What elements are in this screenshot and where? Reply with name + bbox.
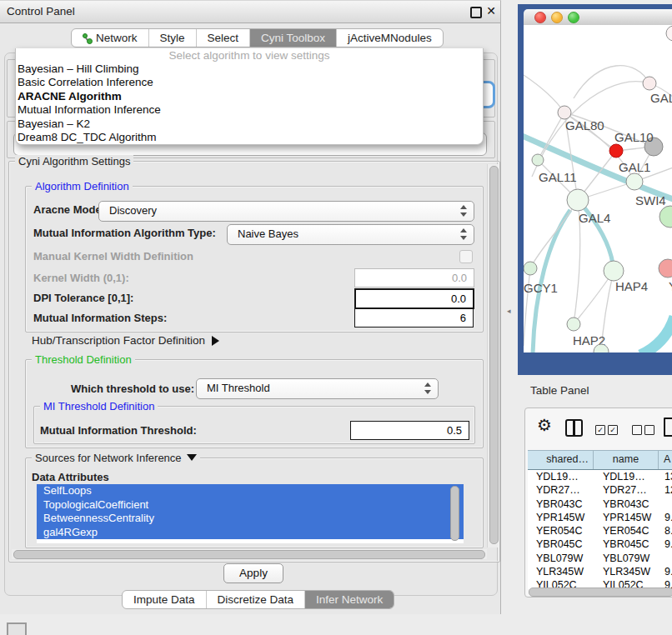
network-edge[interactable] [524,75,564,112]
mi-threshold-field[interactable]: 0.5 [350,421,469,440]
column-header-name[interactable]: name [594,451,659,469]
table-row[interactable]: YLR345WYLR345W9. [528,565,672,578]
network-node-gal4[interactable] [567,189,589,211]
collapsed-panel-icon[interactable] [7,622,27,635]
table-row[interactable]: YDR27…YDR27…12 [528,483,672,497]
tab-select[interactable]: Select [197,29,251,47]
settings-horizontal-scrollbar[interactable] [12,549,487,559]
unchecked-checkbox-icon[interactable] [644,425,654,435]
zoom-traffic-light-icon[interactable] [568,12,579,23]
network-node[interactable] [609,144,623,158]
network-node-label: GAL4 [579,211,610,225]
network-icon [83,33,92,43]
network-node-gcy1[interactable] [524,262,537,275]
tab-cyni-toolbox[interactable]: Cyni Toolbox [250,29,337,47]
dropdown-item-dream8[interactable]: Dream8 DC_TDC Algorithm [16,131,483,144]
table-row[interactable]: YPR145WYPR145W9. [528,511,672,524]
collapse-arrow-icon [187,454,197,461]
network-node-label: SWI4 [635,193,666,208]
network-node-gal11[interactable] [532,154,544,166]
list-vertical-scrollbar[interactable] [450,486,459,541]
kernel-width-field[interactable]: 0.0 [354,268,474,288]
table-row[interactable]: YBR043CYBR043C [528,498,672,511]
dropdown-item-bayesian-hill-climbing[interactable]: Bayesian – Hill Climbing [16,62,483,76]
apply-button[interactable]: Apply [223,563,283,583]
network-node-swi4[interactable] [659,206,672,228]
tab-jactivemnodules[interactable]: jActiveMNodules [337,29,443,47]
float-window-icon[interactable] [470,7,482,18]
list-item-gal4rgexp[interactable]: gal4RGexp [37,526,464,540]
aracne-mode-select[interactable]: Discovery [98,201,474,222]
hub-transcription-factor-expander[interactable]: Hub/Transcription Factor Definition [32,334,219,347]
mi-steps-label: Mutual Information Steps: [33,312,167,324]
table-panel-card: ⚙ ✓ ✓ shared… name A YDL19…YDL19…13YDR27… [524,408,672,598]
table-horizontal-scrollbar[interactable] [529,588,672,597]
cyni-bottom-tabbar: Impute Data Discretize Data Infer Networ… [122,590,394,609]
network-edge[interactable] [640,317,672,352]
list-item-topologicalcoefficient[interactable]: TopologicalCoefficient [37,498,464,512]
which-threshold-select[interactable]: MI Threshold [196,378,439,399]
network-window-titlebar[interactable] [524,9,672,26]
column-header-partial[interactable]: A [659,451,672,469]
minimize-traffic-light-icon[interactable] [551,12,563,23]
network-edge[interactable] [524,268,530,346]
pane-splitter-grip[interactable]: ◂ [507,307,511,315]
tab-network[interactable]: Network [72,29,149,47]
dropdown-item-mutual-information[interactable]: Mutual Information Inference [16,103,483,117]
network-node-y[interactable] [659,259,672,278]
network-canvas-svg: GALGAL80GAL10GAL1GAL11GAL4SWI4GCY1HAP4YH… [524,25,672,352]
dropdown-placeholder: Select algorithm to view settings [16,49,483,62]
network-node-hap4[interactable] [604,261,624,281]
sources-title[interactable]: Sources for Network Inference [32,452,200,464]
which-threshold-label: Which threshold to use: [71,382,194,395]
list-item-selfloops[interactable]: SelfLoops [37,484,464,498]
network-node-label: Y [669,279,672,293]
network-node[interactable] [666,26,672,41]
list-item-betweennesscentrality[interactable]: BetweennessCentrality [37,512,464,526]
checked-checkbox-icon[interactable]: ✓ [595,425,605,435]
settings-vertical-scrollbar[interactable] [487,164,499,548]
mi-steps-field[interactable]: 6 [354,308,474,328]
threshold-definition-title: Threshold Definition [32,353,135,366]
tab-impute-data[interactable]: Impute Data [123,591,207,608]
settings-group-title: Cyni Algorithm Settings [15,155,133,168]
network-node-gal[interactable] [643,77,656,90]
dropdown-item-aracne[interactable]: ARACNE Algorithm [16,90,483,103]
table-row[interactable]: YBR045CYBR045C9. [528,538,672,551]
kernel-width-label: Kernel Width (0,1): [33,272,129,284]
network-canvas[interactable]: GALGAL80GAL10GAL1GAL11GAL4SWI4GCY1HAP4YH… [524,25,672,352]
close-icon[interactable]: ✕ [486,4,496,18]
column-header-shared-name[interactable]: shared… [528,451,594,469]
network-node-gal1[interactable] [626,173,643,190]
table-row[interactable]: YBL079WYBL079W [528,552,672,565]
table-body: YDL19…YDL19…13YDR27…YDR27…12YBR043CYBR04… [528,470,672,589]
network-node-gal80[interactable] [558,106,571,119]
control-panel-titlebar: Control Panel ✕ [0,1,500,23]
dropdown-item-bayesian-k2[interactable]: Bayesian – K2 [16,118,483,131]
network-edge[interactable] [574,66,649,98]
checked-checkbox-icon[interactable]: ✓ [608,425,618,435]
table-toolbar: ⚙ ✓ ✓ [525,408,672,448]
tab-infer-network[interactable]: Infer Network [305,591,394,608]
dropdown-item-basic-correlation[interactable]: Basic Correlation Inference [16,76,483,89]
mi-threshold-label: Mutual Information Threshold: [40,424,197,437]
dpi-tolerance-field[interactable]: 0.0 [354,288,474,309]
document-icon[interactable] [664,418,672,437]
tab-discretize-data[interactable]: Discretize Data [207,591,306,608]
split-columns-icon[interactable] [565,419,583,437]
unchecked-checkbox-icon[interactable] [632,425,642,435]
table-row[interactable]: YDL19…YDL19…13 [528,470,672,483]
mi-algorithm-type-select[interactable]: Naive Bayes [227,224,474,245]
gear-icon[interactable]: ⚙ [537,415,552,435]
data-attributes-label: Data Attributes [32,471,109,483]
network-node-label: GAL10 [614,130,654,144]
table-row[interactable]: YER054CYER054C8. [528,524,672,538]
network-edge[interactable] [530,200,578,268]
spinner-icon [424,382,431,394]
manual-kernel-checkbox[interactable] [459,250,473,263]
network-node-hap2[interactable] [567,318,580,331]
close-traffic-light-icon[interactable] [534,12,546,23]
tab-style[interactable]: Style [149,29,197,47]
network-node-label: GAL11 [539,170,577,184]
algorithm-dropdown-list: Select algorithm to view settings Bayesi… [15,48,484,145]
